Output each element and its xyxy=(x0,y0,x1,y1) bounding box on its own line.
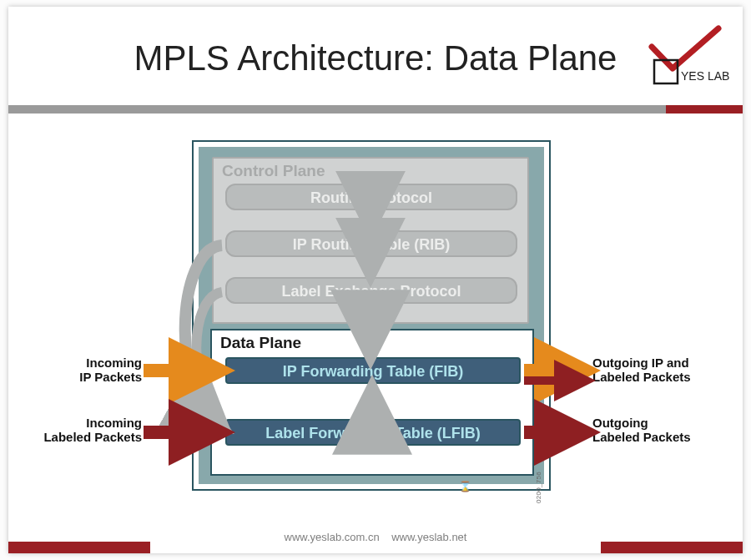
rib-box: IP Routing Table (RIB) xyxy=(225,230,517,257)
lfib-box: Label Forwarding Table (LFIB) xyxy=(225,419,521,446)
footer-accent-left xyxy=(8,542,150,553)
label-exchange-box: Label Exchange Protocol xyxy=(225,277,517,304)
incoming-labeled-label: Incoming Labeled Packets xyxy=(15,416,142,444)
outgoing-labeled-label: Outgoing Labeled Packets xyxy=(592,416,734,444)
routing-protocol-box: Routing Protocol xyxy=(225,184,517,210)
cursor-hourglass-icon: ⌛ xyxy=(459,481,471,492)
brand-text: YES LAB xyxy=(681,69,729,83)
control-plane-title: Control Plane xyxy=(222,162,325,180)
footer-accent-right xyxy=(601,542,743,553)
outgoing-ip-label: Outgoing IP and Labeled Packets xyxy=(592,356,734,384)
footer-url-1: www.yeslab.com.cn xyxy=(285,531,380,543)
fib-box: IP Forwarding Table (FIB) xyxy=(225,357,521,384)
slide: MPLS Architecture: Data Plane YES LAB Co… xyxy=(8,7,743,553)
brand-logo: YES LAB xyxy=(639,23,731,90)
header-divider xyxy=(8,105,666,114)
header-divider-accent xyxy=(666,105,743,114)
footer-url-2: www.yeslab.net xyxy=(391,531,466,543)
data-plane-title: Data Plane xyxy=(220,334,301,352)
incoming-ip-label: Incoming IP Packets xyxy=(42,356,142,384)
slide-title: MPLS Architecture: Data Plane xyxy=(8,38,743,78)
diagram-code: 0200_756 xyxy=(535,472,542,503)
